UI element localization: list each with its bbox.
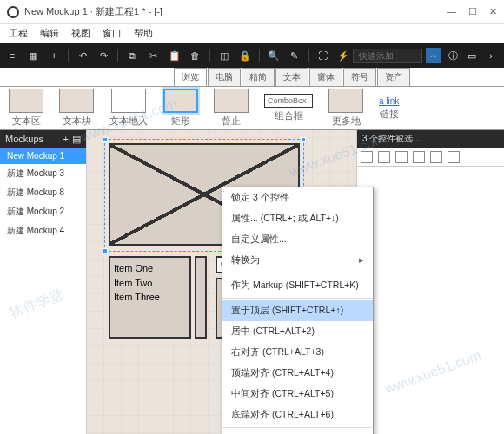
align-center-icon[interactable]: [378, 151, 390, 163]
menu-project[interactable]: 工程: [9, 27, 28, 40]
lib-textblock[interactable]: 文本块: [59, 89, 94, 128]
copy-icon[interactable]: ⧉: [125, 48, 139, 63]
toggle-view-icon[interactable]: ↔: [426, 48, 441, 63]
context-menu-item[interactable]: 底端对齐 (CTRL+ALT+6): [222, 404, 373, 425]
plus-icon[interactable]: +: [47, 48, 61, 63]
context-menu-item[interactable]: 右对齐 (CTRL+ALT+3): [222, 342, 373, 363]
context-menu-item[interactable]: 转换为: [222, 250, 373, 271]
hamburger-icon[interactable]: ≡: [5, 48, 19, 63]
context-menu-item[interactable]: 置于顶层 (SHIFT+CTRL+↑): [222, 300, 373, 321]
sidebar-list-icon[interactable]: ▤: [72, 134, 81, 145]
mockups-sidebar: Mockups +▤ New Mockup 1 新建 Mockup 3 新建 M…: [0, 130, 87, 434]
lib-stop[interactable]: 督止: [214, 89, 249, 128]
lib-rectangle[interactable]: 矩形: [163, 89, 198, 128]
align-right-icon[interactable]: [395, 151, 408, 163]
library-tabs: 浏览 电脑 精简 文本 窗体 符号 资产: [0, 68, 504, 87]
window-title: New Mockup 1 · 新建工程1 * - [-]: [24, 5, 447, 18]
context-menu: 锁定 3 个控件属性... (CTRL+; 或 ALT+↓)自定义属性...转换…: [222, 187, 374, 434]
wireframe-list[interactable]: Item One Item Two Item Three: [109, 256, 191, 339]
sidebar-item[interactable]: 新建 Mockup 3: [0, 164, 86, 183]
lib-textinput[interactable]: 文本地入: [109, 89, 148, 128]
cut-icon[interactable]: ✂: [146, 48, 160, 63]
panel-icon[interactable]: ▭: [464, 48, 480, 63]
markup-icon[interactable]: ✎: [288, 48, 302, 63]
close-button[interactable]: ✕: [489, 6, 497, 17]
properties-panel: 3 个控件被选…: [356, 130, 504, 434]
menu-help[interactable]: 帮助: [134, 27, 153, 40]
sidebar-item[interactable]: New Mockup 1: [0, 148, 86, 164]
quick-add-input[interactable]: [353, 49, 422, 63]
menu-edit[interactable]: 编辑: [40, 27, 59, 40]
lib-textarea[interactable]: 文本区: [9, 89, 43, 128]
underline-icon[interactable]: [448, 151, 460, 163]
menu-window[interactable]: 窗口: [103, 27, 122, 40]
sidebar-item[interactable]: 新建 Mockup 2: [0, 202, 86, 221]
context-menu-item[interactable]: 属性... (CTRL+; 或 ALT+↓): [222, 208, 373, 229]
resize-handle[interactable]: [103, 248, 108, 253]
tab-compact[interactable]: 精简: [242, 68, 275, 86]
tab-text[interactable]: 文本: [275, 68, 308, 86]
component-library: 文本区 文本块 文本地入 矩形 督止 ComboBox组合框 更多地 a lin…: [0, 87, 504, 130]
tab-assets[interactable]: 资产: [377, 68, 410, 86]
lib-more[interactable]: 更多地: [328, 89, 363, 128]
group-icon[interactable]: ◫: [217, 48, 231, 63]
delete-icon[interactable]: 🗑: [189, 48, 202, 63]
chevron-right-icon[interactable]: ›: [483, 48, 499, 63]
wireframe-scrollbar[interactable]: [195, 256, 207, 339]
lock-icon[interactable]: 🔒: [238, 48, 252, 63]
context-menu-item[interactable]: 中间对齐 (CTRL+ALT+5): [222, 384, 373, 404]
maximize-button[interactable]: ☐: [468, 6, 477, 17]
app-icon: [7, 6, 19, 18]
tab-computer[interactable]: 电脑: [208, 68, 241, 86]
properties-header: 3 个控件被选…: [357, 130, 504, 148]
tab-browse[interactable]: 浏览: [174, 68, 207, 86]
menu-view[interactable]: 视图: [71, 27, 90, 40]
context-menu-item[interactable]: 作为 Markup (SHIFT+CTRL+K): [222, 275, 373, 296]
sidebar-add-icon[interactable]: +: [63, 134, 69, 145]
sidebar-item[interactable]: 新建 Mockup 4: [0, 221, 86, 240]
context-menu-item[interactable]: 顶端对齐 (CTRL+ALT+4): [222, 363, 373, 384]
bold-icon[interactable]: [413, 151, 425, 163]
sidebar-title: Mockups: [5, 134, 43, 144]
zoom-icon[interactable]: 🔍: [267, 48, 281, 63]
tab-forms[interactable]: 窗体: [309, 68, 342, 86]
context-menu-item[interactable]: 水平居中分布: [222, 430, 373, 434]
paste-icon[interactable]: 📋: [168, 48, 182, 63]
grid-icon[interactable]: ▦: [26, 48, 40, 63]
undo-icon[interactable]: ↶: [76, 48, 90, 63]
titlebar: New Mockup 1 · 新建工程1 * - [-] — ☐ ✕: [0, 0, 504, 24]
context-menu-item[interactable]: 锁定 3 个控件: [222, 187, 373, 208]
lightning-icon: ⚡: [337, 50, 349, 62]
minimize-button[interactable]: —: [447, 6, 456, 17]
menubar: 工程 编辑 视图 窗口 帮助: [0, 24, 504, 43]
align-left-icon[interactable]: [361, 151, 373, 163]
sidebar-item[interactable]: 新建 Mockup 8: [0, 183, 86, 202]
info-icon[interactable]: ⓘ: [445, 48, 461, 63]
main-toolbar: ≡ ▦ + ↶ ↷ ⧉ ✂ 📋 🗑 ◫ 🔒 🔍 ✎ ⛶ ⚡ ↔ ⓘ ▭ ›: [0, 43, 504, 68]
lib-combobox[interactable]: ComboBox组合框: [264, 94, 313, 122]
context-menu-item[interactable]: 自定义属性...: [222, 229, 373, 250]
tab-symbols[interactable]: 符号: [343, 68, 376, 86]
fullscreen-icon[interactable]: ⛶: [316, 48, 330, 63]
resize-handle[interactable]: [103, 137, 108, 142]
lib-link[interactable]: a link链接: [379, 96, 399, 121]
redo-icon[interactable]: ↷: [96, 48, 110, 63]
context-menu-item[interactable]: 居中 (CTRL+ALT+2): [222, 321, 373, 342]
resize-handle[interactable]: [301, 137, 306, 142]
italic-icon[interactable]: [430, 151, 442, 163]
